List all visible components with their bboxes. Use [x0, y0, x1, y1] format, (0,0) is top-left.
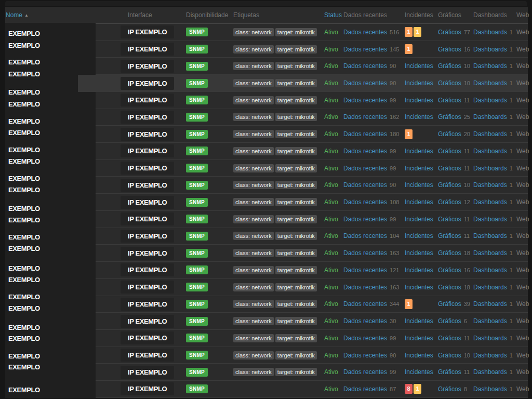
latest-data-link[interactable]: Dados recentes	[343, 148, 387, 155]
problems-link[interactable]: Incidentes	[405, 216, 433, 223]
tag-chip[interactable]: class: network	[233, 215, 274, 223]
dashboards-link[interactable]: Dashboards	[473, 249, 507, 257]
latest-data-link[interactable]: Dados recentes	[343, 335, 387, 342]
tag-chip[interactable]: target: mikrotik	[275, 334, 317, 342]
graphs-link[interactable]: Gráficos	[438, 130, 461, 138]
column-header-nome[interactable]: Nome	[6, 11, 22, 19]
problems-link[interactable]: Incidentes	[405, 249, 433, 257]
dashboards-link[interactable]: Dashboards	[473, 232, 507, 240]
dashboards-link[interactable]: Dashboards	[473, 130, 507, 138]
dashboards-link[interactable]: Dashboards	[473, 113, 507, 121]
latest-data-link[interactable]: Dados recentes	[343, 165, 387, 172]
tag-chip[interactable]: class: network	[233, 198, 274, 206]
latest-data-link[interactable]: Dados recentes	[343, 317, 387, 325]
dashboards-link[interactable]: Dashboards	[473, 284, 507, 291]
tag-chip[interactable]: class: network	[233, 368, 274, 376]
dashboards-link[interactable]: Dashboards	[473, 300, 507, 308]
tag-chip[interactable]: target: mikrotik	[275, 79, 317, 87]
tag-chip[interactable]: class: network	[233, 130, 274, 138]
tag-chip[interactable]: class: network	[233, 249, 274, 257]
tag-chip[interactable]: target: mikrotik	[275, 130, 317, 138]
latest-data-link[interactable]: Dados recentes	[343, 232, 387, 240]
tag-chip[interactable]: target: mikrotik	[275, 368, 317, 376]
tag-chip[interactable]: class: network	[233, 317, 274, 325]
latest-data-link[interactable]: Dados recentes	[343, 79, 387, 87]
latest-data-link[interactable]: Dados recentes	[343, 385, 387, 393]
dashboards-link[interactable]: Dashboards	[473, 368, 507, 376]
latest-data-link[interactable]: Dados recentes	[343, 300, 387, 308]
latest-data-link[interactable]: Dados recentes	[343, 62, 387, 70]
problems-link[interactable]: Incidentes	[405, 62, 433, 70]
tag-chip[interactable]: class: network	[233, 96, 274, 104]
problems-link[interactable]: Incidentes	[405, 284, 433, 291]
latest-data-link[interactable]: Dados recentes	[343, 46, 387, 53]
tag-chip[interactable]: class: network	[233, 164, 274, 172]
dashboards-link[interactable]: Dashboards	[473, 335, 507, 342]
dashboards-link[interactable]: Dashboards	[473, 317, 507, 325]
graphs-link[interactable]: Gráficos	[438, 284, 461, 291]
graphs-link[interactable]: Gráficos	[438, 198, 461, 206]
graphs-link[interactable]: Gráficos	[438, 232, 461, 240]
problem-count-badge[interactable]: 1	[405, 44, 413, 54]
dashboards-link[interactable]: Dashboards	[473, 46, 507, 53]
graphs-link[interactable]: Gráficos	[438, 352, 461, 359]
graphs-link[interactable]: Gráficos	[438, 97, 461, 104]
graphs-link[interactable]: Gráficos	[438, 385, 461, 393]
problem-count-badge[interactable]: 1	[414, 27, 421, 37]
dashboards-link[interactable]: Dashboards	[473, 165, 507, 172]
latest-data-link[interactable]: Dados recentes	[343, 284, 387, 291]
graphs-link[interactable]: Gráficos	[438, 181, 461, 189]
dashboards-link[interactable]: Dashboards	[473, 97, 507, 104]
latest-data-link[interactable]: Dados recentes	[343, 198, 387, 206]
dashboards-link[interactable]: Dashboards	[473, 352, 507, 359]
latest-data-link[interactable]: Dados recentes	[343, 113, 387, 121]
problems-link[interactable]: Incidentes	[405, 232, 433, 240]
problem-count-badge[interactable]: 1	[414, 384, 421, 394]
graphs-link[interactable]: Gráficos	[438, 300, 461, 308]
dashboards-link[interactable]: Dashboards	[473, 79, 507, 87]
problems-link[interactable]: Incidentes	[405, 267, 433, 274]
latest-data-link[interactable]: Dados recentes	[343, 267, 387, 274]
tag-chip[interactable]: target: mikrotik	[275, 351, 317, 360]
tag-chip[interactable]: target: mikrotik	[275, 198, 317, 206]
tag-chip[interactable]: target: mikrotik	[275, 181, 317, 189]
tag-chip[interactable]: target: mikrotik	[275, 215, 317, 223]
tag-chip[interactable]: class: network	[233, 62, 274, 70]
problems-link[interactable]: Incidentes	[405, 165, 433, 172]
tag-chip[interactable]: class: network	[233, 147, 274, 155]
dashboards-link[interactable]: Dashboards	[473, 62, 507, 70]
tag-chip[interactable]: target: mikrotik	[275, 266, 317, 274]
tag-chip[interactable]: target: mikrotik	[275, 45, 317, 54]
tag-chip[interactable]: class: network	[233, 79, 274, 87]
tag-chip[interactable]: target: mikrotik	[275, 113, 317, 121]
tag-chip[interactable]: target: mikrotik	[275, 28, 317, 36]
tag-chip[interactable]: class: network	[233, 351, 274, 360]
problem-count-badge[interactable]: 8	[405, 384, 413, 394]
tag-chip[interactable]: class: network	[233, 181, 274, 189]
latest-data-link[interactable]: Dados recentes	[343, 29, 387, 36]
graphs-link[interactable]: Gráficos	[438, 368, 461, 376]
tag-chip[interactable]: class: network	[233, 113, 274, 121]
graphs-link[interactable]: Gráficos	[438, 46, 461, 53]
graphs-link[interactable]: Gráficos	[438, 317, 461, 325]
tag-chip[interactable]: target: mikrotik	[275, 249, 317, 257]
graphs-link[interactable]: Gráficos	[438, 29, 461, 36]
tag-chip[interactable]: class: network	[233, 266, 274, 274]
problems-link[interactable]: Incidentes	[405, 335, 433, 342]
latest-data-link[interactable]: Dados recentes	[343, 249, 387, 257]
problem-count-badge[interactable]: 1	[405, 129, 413, 139]
tag-chip[interactable]: target: mikrotik	[275, 96, 317, 104]
tag-chip[interactable]: class: network	[233, 283, 274, 291]
tag-chip[interactable]: target: mikrotik	[275, 147, 317, 155]
problems-link[interactable]: Incidentes	[405, 79, 433, 87]
latest-data-link[interactable]: Dados recentes	[343, 352, 387, 359]
graphs-link[interactable]: Gráficos	[438, 216, 461, 223]
tag-chip[interactable]: target: mikrotik	[275, 232, 317, 240]
graphs-link[interactable]: Gráficos	[438, 113, 461, 121]
latest-data-link[interactable]: Dados recentes	[343, 130, 387, 138]
problem-count-badge[interactable]: 1	[405, 27, 413, 37]
graphs-link[interactable]: Gráficos	[438, 335, 461, 342]
problems-link[interactable]: Incidentes	[405, 97, 433, 104]
dashboards-link[interactable]: Dashboards	[473, 148, 507, 155]
tag-chip[interactable]: class: network	[233, 300, 274, 308]
